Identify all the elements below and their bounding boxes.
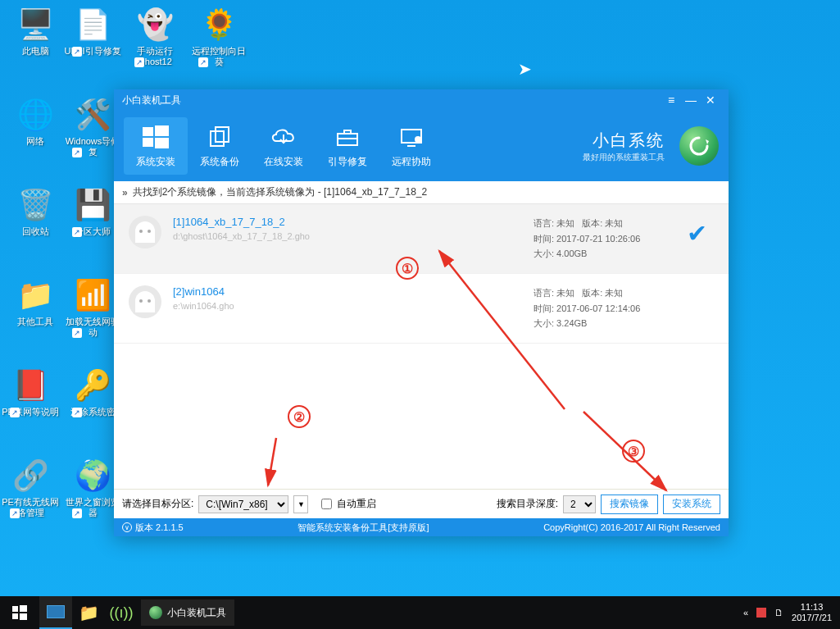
desktop-icon-tools[interactable]: 📁其他工具 — [7, 276, 64, 327]
image-row[interactable]: [2]win1064 e:\win1064.gho 语言: 未知 版本: 未知 … — [114, 274, 729, 344]
desktop-icon-netmgr[interactable]: 🔗↗PE有线无线网络管理 — [2, 456, 59, 518]
check-icon: ✔ — [687, 219, 707, 248]
app-icon — [149, 606, 162, 619]
desktop-icon-partition[interactable]: 💾↗分区大师 — [64, 185, 121, 237]
desktop-icon-winrepair[interactable]: 🛠️↗Widnows导修复 — [64, 95, 121, 157]
desktop-icon-browser[interactable]: 🌍↗世界之窗浏览器 — [64, 456, 121, 518]
toolbox-icon — [333, 124, 362, 150]
desktop-icon-computer[interactable]: 🖥️此电脑 — [7, 5, 64, 57]
copy-icon — [205, 124, 234, 150]
status-center: 智能系统安装备份工具[支持原版] — [297, 522, 429, 534]
taskbar-wifi-icon[interactable]: ((ı)) — [105, 596, 138, 629]
svg-rect-14 — [12, 613, 18, 619]
annotation-2: ② — [288, 405, 311, 428]
svg-rect-1 — [155, 125, 169, 136]
image-name: [1]1064_xb_17_7_18_2 — [173, 216, 534, 228]
system-tray[interactable]: « 🗋 11:13 2017/7/21 — [743, 602, 840, 623]
brand: 小白系统 最好用的系统重装工具 — [583, 130, 673, 163]
toolbar: 系统安装 系统备份 在线安装 引导修复 远程协助 小白系统 最好用的系统重装工具 — [114, 111, 729, 181]
desktop-icon-pdf[interactable]: 📕↗PE联网等说明 — [2, 366, 59, 417]
remote-icon — [397, 124, 426, 150]
titlebar[interactable]: 小白装机工具 ≡ — ✕ — [114, 89, 729, 111]
tray-flag-icon[interactable] — [756, 608, 766, 618]
desktop-icon-ghost[interactable]: 👻↗手动运行Ghost12 — [126, 5, 184, 67]
menu-button[interactable]: ≡ — [661, 93, 681, 107]
minimize-button[interactable]: — — [681, 93, 701, 107]
ghost-icon — [129, 216, 161, 248]
version-label: ∨版本 2.1.1.5 — [122, 522, 184, 534]
info-text: 共找到2个系统镜像，当前选择系统镜像为 - [1]1064_xb_17_7_18… — [133, 185, 427, 199]
svg-rect-0 — [143, 127, 153, 136]
desktop-icon-recycle[interactable]: 🗑️回收站 — [7, 185, 64, 237]
depth-select[interactable]: 2 — [563, 495, 596, 513]
taskbar-explorer[interactable]: 📁 — [72, 596, 105, 629]
svg-rect-3 — [155, 138, 169, 148]
svg-rect-4 — [211, 131, 224, 146]
cloud-download-icon — [269, 124, 298, 150]
image-props: 语言: 未知 版本: 未知 时间: 2017-06-07 12:14:06 大小… — [534, 285, 714, 331]
taskbar-taskview[interactable] — [39, 596, 72, 629]
image-row[interactable]: [1]1064_xb_17_7_18_2 d:\ghost\1064_xb_17… — [114, 204, 729, 274]
auto-restart-checkbox[interactable] — [321, 499, 332, 509]
desktop-icon-sunflower[interactable]: 🌻↗远程控制向日葵 — [190, 5, 247, 67]
taskbar-app[interactable]: 小白装机工具 — [141, 599, 234, 626]
windows-icon — [141, 124, 170, 150]
status-bar: ∨版本 2.1.1.5 智能系统安装备份工具[支持原版] CopyRight(C… — [114, 518, 729, 536]
tab-online[interactable]: 在线安装 — [252, 117, 316, 175]
svg-point-8 — [415, 137, 420, 142]
image-name: [2]win1064 — [173, 285, 534, 298]
dropdown-icon[interactable]: ▼ — [293, 495, 308, 513]
app-window: 小白装机工具 ≡ — ✕ 系统安装 系统备份 在线安装 引导修复 远程协助 小白… — [114, 89, 729, 536]
annotation-1: ① — [396, 257, 419, 280]
image-path: e:\win1064.gho — [173, 301, 534, 311]
tab-backup[interactable]: 系统备份 — [188, 117, 252, 175]
tray-clock[interactable]: 11:13 2017/7/21 — [792, 602, 832, 623]
bottom-bar: 请选择目标分区: C:\[Win7_x86] ▼ 自动重启 搜索目录深度: 2 … — [114, 489, 729, 518]
window-title: 小白装机工具 — [122, 93, 661, 107]
desktop-icon-network[interactable]: 🌐网络 — [7, 95, 64, 147]
info-bar: » 共找到2个系统镜像，当前选择系统镜像为 - [1]1064_xb_17_7_… — [114, 181, 729, 204]
tray-chevron-icon[interactable]: « — [743, 608, 748, 618]
svg-rect-5 — [216, 127, 229, 142]
target-label: 请选择目标分区: — [122, 497, 193, 511]
svg-rect-13 — [20, 605, 27, 612]
desktop-icon-clearpwd[interactable]: 🔑↗清除系统密 — [64, 366, 121, 417]
tab-remote[interactable]: 远程协助 — [379, 117, 443, 175]
desktop-icon-uefi[interactable]: 📄↗UEFI引导修复 — [64, 5, 121, 57]
annotation-3: ③ — [622, 440, 645, 463]
svg-rect-15 — [20, 613, 27, 620]
depth-label: 搜索目录深度: — [497, 497, 558, 511]
brand-logo-icon — [679, 126, 719, 166]
close-button[interactable]: ✕ — [701, 93, 720, 107]
auto-restart-label: 自动重启 — [337, 497, 376, 511]
tab-bootfix[interactable]: 引导修复 — [316, 117, 379, 175]
install-button[interactable]: 安装系统 — [663, 495, 720, 514]
ghost-icon — [129, 285, 161, 318]
target-select[interactable]: C:\[Win7_x86] — [198, 495, 288, 513]
search-button[interactable]: 搜索镜像 — [601, 495, 658, 514]
copyright: CopyRight(C) 2016-2017 All Right Reserve… — [543, 522, 720, 532]
tab-install[interactable]: 系统安装 — [124, 117, 188, 175]
tray-battery-icon[interactable]: 🗋 — [774, 608, 783, 618]
svg-rect-12 — [12, 606, 18, 612]
desktop-icon-wifi[interactable]: 📶↗加载无线网驱动 — [64, 276, 121, 338]
start-button[interactable] — [0, 596, 39, 629]
taskbar: 📁 ((ı)) 小白装机工具 « 🗋 11:13 2017/7/21 — [0, 596, 840, 629]
svg-rect-2 — [143, 138, 153, 147]
chevron-right-icon: » — [122, 187, 128, 198]
image-path: d:\ghost\1064_xb_17_7_18_2.gho — [173, 231, 534, 241]
